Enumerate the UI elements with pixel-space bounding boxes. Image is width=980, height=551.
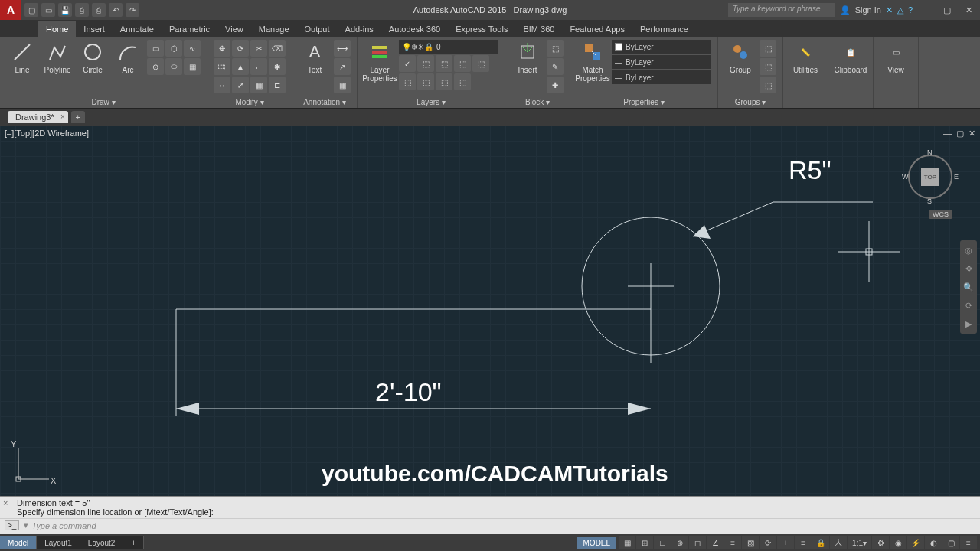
nav-showmotion-icon[interactable]: ▶ [962,317,975,331]
scale-icon[interactable]: ⤢ [232,77,249,93]
clipboard-button[interactable]: 📋Clipboard [835,40,867,74]
layer-tool-1[interactable]: ✓ [399,55,416,72]
layer-tool-3[interactable]: ⬚ [436,55,452,72]
panel-properties-label[interactable]: Properties ▾ [577,96,711,106]
explode-icon[interactable]: ✱ [269,58,286,75]
layer-tool-4[interactable]: ⬚ [454,55,471,72]
draw-small-1[interactable]: ▭ [147,40,164,57]
offset-icon[interactable]: ⊏ [269,77,286,93]
match-properties-button[interactable]: Match Properties [577,40,609,83]
text-button[interactable]: AText [299,40,331,74]
customize-icon[interactable]: ≡ [960,536,977,549]
app-logo[interactable]: A [0,0,21,20]
layout-tab-model[interactable]: Model [0,536,37,549]
qat-save-icon[interactable]: 💾 [58,3,72,17]
nav-orbit-icon[interactable]: ⟳ [962,298,975,312]
layer-tool-5[interactable]: ⬚ [472,55,489,72]
scale-dropdown[interactable]: 1:1 ▾ [848,536,871,549]
otrack-toggle-icon[interactable]: ∠ [707,536,724,549]
drawing-canvas[interactable]: [–][Top][2D Wireframe] — ▢ ✕ TOP N S E W… [0,126,980,496]
tab-parametric[interactable]: Parametric [162,21,217,37]
maximize-button[interactable]: ▢ [939,3,956,17]
block-attr-icon[interactable]: ✚ [547,77,564,93]
vp-close-icon[interactable]: ✕ [969,129,975,139]
block-edit-icon[interactable]: ✎ [547,58,564,75]
tab-home[interactable]: Home [38,21,76,37]
workspace-icon[interactable]: ⚙ [872,536,889,549]
draw-small-4[interactable]: ⊙ [147,58,164,75]
vp-minimize-icon[interactable]: — [943,129,952,139]
viewcube-n[interactable]: N [927,148,933,156]
hardware-accel-icon[interactable]: ⚡ [907,536,924,549]
nav-zoom-icon[interactable]: 🔍 [962,280,975,294]
tab-insert[interactable]: Insert [76,21,113,37]
view-cube[interactable]: TOP N S E W [903,150,957,204]
dynamic-input-icon[interactable]: + [777,536,794,549]
nav-wheel-icon[interactable]: ◎ [962,243,975,257]
isolate-icon[interactable]: ◐ [925,536,942,549]
group-button[interactable]: Group [724,40,756,74]
layer-dropdown[interactable]: 💡❄☀🔒 0 [399,40,498,54]
transparency-toggle-icon[interactable]: ▨ [742,536,759,549]
tab-annotate[interactable]: Annotate [113,21,162,37]
clean-screen-icon[interactable]: ▢ [942,536,959,549]
trim-icon[interactable]: ✂ [250,40,267,57]
cmd-input-row[interactable]: >_ ▾ Type a command [0,518,980,532]
view-button[interactable]: ▭View [880,40,912,74]
model-space-toggle[interactable]: MODEL [577,537,617,549]
copy-icon[interactable]: ⿻ [214,58,230,75]
mirror-icon[interactable]: ▲ [232,58,249,75]
arc-button[interactable]: Arc [112,40,144,74]
viewcube-w[interactable]: W [902,173,909,181]
layer-tool-7[interactable]: ⬚ [417,73,434,90]
group-bbox-icon[interactable]: ⬚ [760,77,776,93]
new-file-tab[interactable]: + [71,111,85,123]
cycling-toggle-icon[interactable]: ⟳ [760,536,776,549]
nav-pan-icon[interactable]: ✥ [962,262,975,276]
file-tab-close-icon[interactable]: × [60,112,65,121]
fillet-icon[interactable]: ⌐ [250,58,267,75]
signin-icon[interactable]: 👤 [840,5,851,15]
qat-saveas-icon[interactable]: ⎙ [75,3,89,17]
color-dropdown[interactable]: ByLayer [612,40,711,54]
dim-leader-icon[interactable]: ↗ [334,58,351,75]
signin-label[interactable]: Sign In [855,5,881,15]
qat-new-icon[interactable]: ▢ [24,3,38,17]
file-tab-active[interactable]: Drawing3* × [8,111,68,123]
quick-props-icon[interactable]: ≡ [795,536,812,549]
layer-tool-6[interactable]: ⬚ [399,73,416,90]
anno-monitor-icon[interactable]: ◉ [890,536,906,549]
layout-tab-1[interactable]: Layout1 [37,536,80,549]
panel-modify-label[interactable]: Modify ▾ [214,96,286,106]
viewcube-s[interactable]: S [927,197,932,205]
lineweight-dropdown[interactable]: — ByLayer [612,55,711,69]
qat-undo-icon[interactable]: ↶ [109,3,122,17]
move-icon[interactable]: ✥ [214,40,230,57]
help-search-input[interactable]: Type a keyword or phrase [728,3,835,17]
wcs-badge[interactable]: WCS [929,210,952,219]
layout-tab-2[interactable]: Layout2 [80,536,124,549]
panel-block-label[interactable]: Block ▾ [511,96,564,106]
tab-output[interactable]: Output [297,21,338,37]
insert-button[interactable]: Insert [511,40,544,74]
viewcube-e[interactable]: E [954,173,959,181]
utilities-button[interactable]: 📏Utilities [789,40,822,74]
annotation-scale-icon[interactable]: 🔒 [812,536,829,549]
vp-restore-icon[interactable]: ▢ [956,129,964,139]
ungroup-icon[interactable]: ⬚ [760,40,776,57]
tab-manage[interactable]: Manage [251,21,297,37]
viewcube-top-face[interactable]: TOP [921,168,939,186]
draw-small-2[interactable]: ⬡ [165,40,182,57]
qat-plot-icon[interactable]: ⎙ [92,3,106,17]
panel-layers-label[interactable]: Layers ▾ [364,96,498,106]
group-edit-icon[interactable]: ⬚ [760,58,776,75]
qat-redo-icon[interactable]: ↷ [126,3,139,17]
minimize-button[interactable]: — [917,3,934,17]
tab-bim360[interactable]: BIM 360 [515,21,562,37]
dim-linear-icon[interactable]: ⟷ [334,40,351,57]
close-button[interactable]: ✕ [960,3,977,17]
layer-tool-2[interactable]: ⬚ [417,55,434,72]
linetype-dropdown[interactable]: — ByLayer [612,70,711,84]
polar-toggle-icon[interactable]: ⊕ [671,536,688,549]
rotate-icon[interactable]: ⟳ [232,40,249,57]
